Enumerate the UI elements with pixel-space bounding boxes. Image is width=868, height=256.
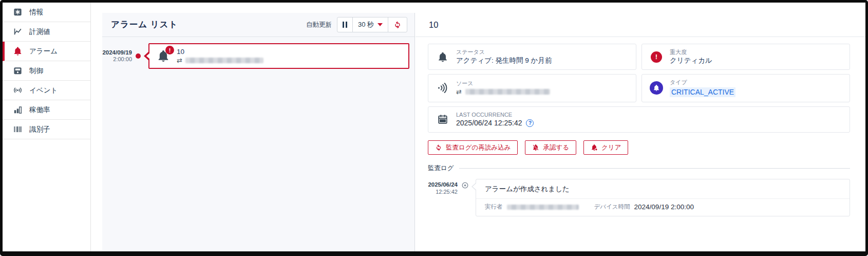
control-meter-icon: [12, 66, 23, 76]
sidebar-item-alarms[interactable]: アラーム: [3, 42, 90, 61]
sidebar-item-label: イベント: [29, 86, 58, 95]
refresh-icon: [393, 21, 402, 29]
alarm-entry-title: 10: [177, 48, 263, 56]
alarm-entry-time: 2:00:00: [102, 56, 132, 63]
severity-value: クリティカル: [670, 56, 712, 65]
acknowledge-label: 承認する: [543, 143, 569, 152]
source-signal-icon: [436, 82, 449, 94]
broadcast-icon: [12, 85, 23, 96]
severity-card: ! 重大度 クリティカル: [641, 44, 850, 70]
status-bell-icon: [436, 51, 449, 63]
help-icon[interactable]: ?: [526, 119, 534, 127]
sidebar-item-label: 計測値: [29, 27, 50, 36]
audit-entry-message: アラームが作成されました: [476, 179, 850, 198]
clear-label: クリア: [601, 143, 621, 152]
alarm-entry-timestamp: 2024/09/19 2:00:00: [102, 49, 132, 63]
alarm-list-panel: アラーム リスト 自動更新 30 秒 2024/09/19 2:00:00: [102, 13, 415, 251]
severity-label: 重大度: [670, 48, 712, 56]
alarm-bell-icon: !: [157, 49, 170, 63]
type-value-link[interactable]: CRITICAL_ACTIVE: [670, 87, 735, 97]
alarm-list-header: アラーム リスト 自動更新 30 秒: [102, 13, 414, 37]
sidebar-item-label: 情報: [29, 8, 43, 17]
last-occurrence-value: 2025/06/24 12:25:42: [456, 118, 522, 128]
severity-exclamation-icon: !: [651, 51, 662, 63]
bell-off-icon: [532, 144, 539, 151]
device-time-value: 2024/09/19 2:00:00: [634, 203, 694, 211]
audit-log-section-label: 監査ログ: [428, 164, 454, 173]
reload-audit-log-button[interactable]: 監査ログの再読み込み: [428, 140, 518, 155]
interval-dropdown[interactable]: 30 秒: [352, 17, 388, 32]
redacted-source-text: [185, 58, 263, 63]
alarm-list-item[interactable]: ! 10 ⇄: [148, 43, 409, 69]
interval-value: 30 秒: [358, 20, 374, 29]
sidebar-item-label: 制御: [29, 66, 43, 76]
section-divider: [459, 168, 850, 169]
audit-entry-bubble: アラームが作成されました 実行者 デバイス時間 2024/09/19 2:00:…: [476, 179, 850, 216]
refresh-button[interactable]: [388, 17, 407, 32]
type-label: タイプ: [670, 79, 735, 86]
swap-icon: ⇄: [456, 87, 462, 97]
sidebar-item-control[interactable]: 制御: [3, 61, 90, 81]
alarm-list-title: アラーム リスト: [111, 19, 178, 30]
swap-icon: ⇄: [177, 57, 182, 64]
clear-button[interactable]: クリア: [583, 140, 628, 155]
source-label: ソース: [456, 80, 550, 87]
auto-refresh-label: 自動更新: [306, 21, 332, 29]
type-bell-icon: [650, 81, 663, 95]
status-label: ステータス: [456, 48, 552, 56]
pause-button[interactable]: [337, 17, 352, 32]
executor-label: 実行者: [485, 203, 503, 211]
status-value: アクティブ: 発生時間 9 か月前: [456, 56, 552, 65]
sidebar-item-info[interactable]: 情報: [3, 3, 90, 22]
last-occurrence-label: LAST OCCURRENCE: [456, 111, 534, 119]
last-occurrence-card: LAST OCCURRENCE 2025/06/24 12:25:42 ?: [428, 106, 850, 133]
calendar-icon: [436, 114, 449, 125]
info-square-icon: [12, 7, 23, 17]
sidebar-item-label: 識別子: [29, 125, 50, 134]
sidebar-item-utilization[interactable]: 稼働率: [3, 100, 90, 120]
sidebar-item-label: アラーム: [29, 47, 58, 56]
source-card: ソース ⇄: [428, 74, 636, 102]
sidebar-item-events[interactable]: イベント: [3, 81, 90, 100]
bar-chart-icon: [12, 105, 23, 115]
redacted-source-value: [465, 89, 550, 95]
exclamation-badge-icon: !: [165, 46, 174, 54]
redacted-executor-value: [507, 205, 579, 210]
pause-icon: [343, 22, 347, 28]
audit-entry-time: 12:25:42: [424, 189, 458, 196]
sidebar-item-identifiers[interactable]: 識別子: [3, 120, 90, 139]
refresh-control-group: 30 秒: [337, 17, 407, 32]
alarm-entry-row: 2024/09/19 2:00:00 ! 10 ⇄: [102, 43, 409, 69]
refresh-icon: [435, 144, 442, 151]
device-time-label: デバイス時間: [594, 203, 630, 211]
bell-icon: [12, 46, 23, 57]
reload-audit-log-label: 監査ログの再読み込み: [446, 143, 511, 152]
barcode-icon: [12, 124, 23, 135]
type-card: タイプ CRITICAL_ACTIVE: [641, 74, 850, 102]
line-chart-icon: [12, 27, 23, 37]
acknowledge-button[interactable]: 承認する: [525, 140, 576, 155]
audit-entry-date: 2025/06/24: [424, 181, 458, 188]
alarm-entry-date: 2024/09/19: [102, 49, 132, 56]
caret-down-icon: [378, 23, 383, 26]
bell-clear-icon: [591, 144, 598, 151]
sidebar-item-measurements[interactable]: 計測値: [3, 22, 90, 42]
sidebar-item-label: 稼働率: [29, 105, 50, 115]
alarm-detail-panel: 10 ステータス アクティブ: 発生時間 9 か月前 ! 重大度 クリティカル: [416, 13, 865, 251]
target-dot-icon: [461, 181, 469, 189]
sidebar: 情報 計測値 アラーム 制御 イベント 稼働率 識別子: [3, 3, 91, 251]
audit-log-entry: 2025/06/24 12:25:42 アラームが作成されました 実行者 デバイ…: [424, 179, 850, 216]
detail-title: 10: [416, 13, 865, 37]
severity-dot-icon: [136, 53, 141, 59]
status-card: ステータス アクティブ: 発生時間 9 か月前: [428, 44, 636, 70]
